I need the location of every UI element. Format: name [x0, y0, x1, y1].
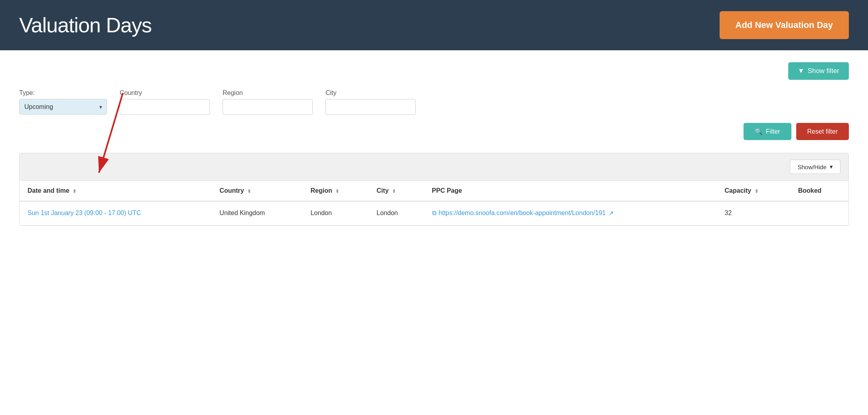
page-header: Valuation Days Add New Valuation Day	[0, 0, 868, 50]
col-region-label: Region	[310, 187, 332, 194]
filter-icon: ▼	[798, 67, 805, 75]
type-select-wrapper: Upcoming Past All	[19, 99, 107, 115]
col-country[interactable]: Country ⇕	[211, 181, 302, 201]
sort-icon-city: ⇕	[392, 189, 396, 194]
filter-button-label: Filter	[766, 128, 780, 135]
chevron-down-icon: ▾	[830, 163, 833, 170]
cell-capacity: 32	[717, 201, 790, 225]
col-capacity[interactable]: Capacity ⇕	[717, 181, 790, 201]
filter-form: Type: Upcoming Past All Country Region C…	[19, 89, 849, 115]
col-city-label: City	[377, 187, 389, 194]
sort-icon-region: ⇕	[335, 189, 339, 194]
page-title: Valuation Days	[19, 13, 152, 37]
table-container: Show/Hide ▾ Date and time ⇕ Country ⇕	[19, 153, 849, 226]
cell-booked	[790, 201, 848, 225]
filter-toggle-row: ▼ Show filter	[19, 62, 849, 80]
region-input[interactable]	[223, 99, 313, 115]
annotation-area: Show/Hide ▾ Date and time ⇕ Country ⇕	[19, 153, 849, 226]
col-city[interactable]: City ⇕	[369, 181, 424, 201]
col-ppc-page-label: PPC Page	[432, 187, 462, 194]
type-label: Type:	[19, 89, 107, 97]
cell-ppc-page: ⧉ https://demo.snoofa.com/en/book-appoin…	[424, 201, 717, 225]
col-capacity-label: Capacity	[725, 187, 752, 194]
region-filter-group: Region	[223, 89, 313, 115]
external-link-icon: ↗	[608, 209, 614, 217]
ppc-page-link[interactable]: ⧉ https://demo.snoofa.com/en/book-appoin…	[432, 209, 709, 217]
cell-date-time: Sun 1st January 23 (09:00 - 17:00) UTC	[20, 201, 211, 225]
date-time-link[interactable]: Sun 1st January 23 (09:00 - 17:00) UTC	[28, 209, 141, 216]
type-filter-group: Type: Upcoming Past All	[19, 89, 107, 115]
col-region[interactable]: Region ⇕	[302, 181, 369, 201]
cell-city: London	[369, 201, 424, 225]
search-icon: 🔍	[755, 128, 763, 135]
reset-filter-button[interactable]: Reset filter	[796, 123, 849, 140]
show-filter-label: Show filter	[808, 67, 839, 75]
filter-button[interactable]: 🔍 Filter	[744, 123, 791, 140]
region-label: Region	[223, 89, 313, 97]
show-filter-button[interactable]: ▼ Show filter	[788, 62, 849, 80]
filter-actions: 🔍 Filter Reset filter	[19, 123, 849, 140]
sort-icon-date-time: ⇕	[73, 189, 76, 194]
col-date-time-label: Date and time	[28, 187, 69, 194]
copy-icon: ⧉	[432, 209, 436, 217]
valuation-days-table: Date and time ⇕ Country ⇕ Region ⇕ Cit	[20, 181, 848, 225]
sort-icon-country: ⇕	[247, 189, 251, 194]
table-header-row: Date and time ⇕ Country ⇕ Region ⇕ Cit	[20, 181, 848, 201]
country-filter-group: Country	[120, 89, 210, 115]
show-hide-button[interactable]: Show/Hide ▾	[790, 160, 840, 174]
show-hide-label: Show/Hide	[797, 164, 827, 170]
type-select[interactable]: Upcoming Past All	[19, 99, 107, 115]
col-date-time[interactable]: Date and time ⇕	[20, 181, 211, 201]
country-label: Country	[120, 89, 210, 97]
city-label: City	[326, 89, 416, 97]
main-content: ▼ Show filter Type: Upcoming Past All Co…	[0, 50, 868, 238]
city-filter-group: City	[326, 89, 416, 115]
cell-region: London	[302, 201, 369, 225]
sort-icon-capacity: ⇕	[755, 189, 758, 194]
add-valuation-day-button[interactable]: Add New Valuation Day	[720, 11, 849, 39]
col-country-label: Country	[219, 187, 244, 194]
table-toolbar: Show/Hide ▾	[20, 153, 848, 181]
ppc-page-url: https://demo.snoofa.com/en/book-appointm…	[439, 209, 606, 217]
col-ppc-page: PPC Page	[424, 181, 717, 201]
table-row: Sun 1st January 23 (09:00 - 17:00) UTC U…	[20, 201, 848, 225]
city-input[interactable]	[326, 99, 416, 115]
country-input[interactable]	[120, 99, 210, 115]
col-booked: Booked	[790, 181, 848, 201]
col-booked-label: Booked	[798, 187, 822, 194]
cell-country: United Kingdom	[211, 201, 302, 225]
